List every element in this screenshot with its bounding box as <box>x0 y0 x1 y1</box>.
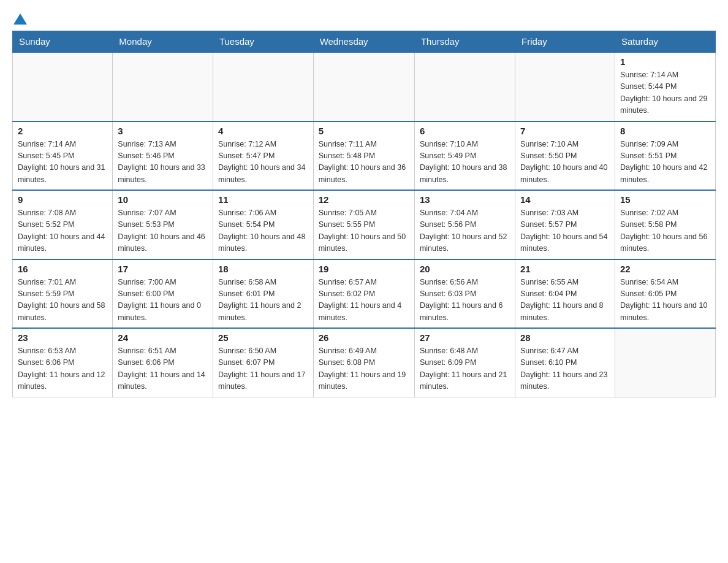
calendar-cell: 10Sunrise: 7:07 AMSunset: 5:53 PMDayligh… <box>113 190 213 259</box>
calendar-cell: 9Sunrise: 7:08 AMSunset: 5:52 PMDaylight… <box>13 190 113 259</box>
calendar-cell <box>515 52 615 121</box>
calendar-cell: 15Sunrise: 7:02 AMSunset: 5:58 PMDayligh… <box>615 190 715 259</box>
day-number: 1 <box>620 56 710 67</box>
day-number: 22 <box>620 264 710 274</box>
calendar-cell: 19Sunrise: 6:57 AMSunset: 6:02 PMDayligh… <box>313 259 414 329</box>
calendar-cell: 22Sunrise: 6:54 AMSunset: 6:05 PMDayligh… <box>615 259 715 329</box>
day-info: Sunrise: 6:53 AMSunset: 6:06 PMDaylight:… <box>18 345 107 393</box>
calendar-cell: 4Sunrise: 7:12 AMSunset: 5:47 PMDaylight… <box>213 121 313 191</box>
day-number: 2 <box>18 126 107 136</box>
day-info: Sunrise: 7:14 AMSunset: 5:44 PMDaylight:… <box>620 69 710 117</box>
day-number: 8 <box>620 126 710 136</box>
calendar-cell: 13Sunrise: 7:04 AMSunset: 5:56 PMDayligh… <box>414 190 515 259</box>
day-info: Sunrise: 7:09 AMSunset: 5:51 PMDaylight:… <box>620 139 710 186</box>
day-info: Sunrise: 7:04 AMSunset: 5:56 PMDaylight:… <box>420 207 510 255</box>
day-number: 25 <box>218 332 308 343</box>
calendar-cell: 17Sunrise: 7:00 AMSunset: 6:00 PMDayligh… <box>113 259 213 329</box>
weekday-header-friday: Friday <box>515 31 615 53</box>
calendar-cell: 24Sunrise: 6:51 AMSunset: 6:06 PMDayligh… <box>113 328 213 397</box>
day-number: 17 <box>118 264 208 274</box>
calendar-cell: 7Sunrise: 7:10 AMSunset: 5:50 PMDaylight… <box>515 121 615 191</box>
day-number: 11 <box>218 194 308 205</box>
calendar-cell <box>113 52 213 121</box>
weekday-header-sunday: Sunday <box>13 31 113 53</box>
calendar-cell: 26Sunrise: 6:49 AMSunset: 6:08 PMDayligh… <box>313 328 414 397</box>
calendar-cell <box>615 328 715 397</box>
day-info: Sunrise: 6:56 AMSunset: 6:03 PMDaylight:… <box>420 277 510 324</box>
day-info: Sunrise: 7:03 AMSunset: 5:57 PMDaylight:… <box>520 207 610 255</box>
calendar-table: SundayMondayTuesdayWednesdayThursdayFrid… <box>12 31 716 397</box>
day-info: Sunrise: 7:08 AMSunset: 5:52 PMDaylight:… <box>18 207 107 255</box>
calendar-cell: 12Sunrise: 7:05 AMSunset: 5:55 PMDayligh… <box>313 190 414 259</box>
day-info: Sunrise: 7:10 AMSunset: 5:49 PMDaylight:… <box>420 139 510 186</box>
calendar-week-row: 23Sunrise: 6:53 AMSunset: 6:06 PMDayligh… <box>13 328 716 397</box>
day-number: 16 <box>18 264 107 274</box>
calendar-header-row: SundayMondayTuesdayWednesdayThursdayFrid… <box>13 31 716 53</box>
calendar-cell: 28Sunrise: 6:47 AMSunset: 6:10 PMDayligh… <box>515 328 615 397</box>
calendar-cell: 16Sunrise: 7:01 AMSunset: 5:59 PMDayligh… <box>13 259 113 329</box>
calendar-cell: 14Sunrise: 7:03 AMSunset: 5:57 PMDayligh… <box>515 190 615 259</box>
day-info: Sunrise: 7:00 AMSunset: 6:00 PMDaylight:… <box>118 277 208 324</box>
day-number: 27 <box>420 332 510 343</box>
day-info: Sunrise: 6:49 AMSunset: 6:08 PMDaylight:… <box>319 345 409 393</box>
day-info: Sunrise: 6:48 AMSunset: 6:09 PMDaylight:… <box>420 345 510 393</box>
calendar-cell: 8Sunrise: 7:09 AMSunset: 5:51 PMDaylight… <box>615 121 715 191</box>
day-info: Sunrise: 6:51 AMSunset: 6:06 PMDaylight:… <box>118 345 208 393</box>
calendar-cell <box>414 52 515 121</box>
calendar-cell: 25Sunrise: 6:50 AMSunset: 6:07 PMDayligh… <box>213 328 313 397</box>
day-number: 24 <box>118 332 208 343</box>
calendar-cell: 5Sunrise: 7:11 AMSunset: 5:48 PMDaylight… <box>313 121 414 191</box>
calendar-cell: 6Sunrise: 7:10 AMSunset: 5:49 PMDaylight… <box>414 121 515 191</box>
calendar-week-row: 9Sunrise: 7:08 AMSunset: 5:52 PMDaylight… <box>13 190 716 259</box>
calendar-cell: 11Sunrise: 7:06 AMSunset: 5:54 PMDayligh… <box>213 190 313 259</box>
calendar-cell: 23Sunrise: 6:53 AMSunset: 6:06 PMDayligh… <box>13 328 113 397</box>
day-number: 19 <box>319 264 409 274</box>
day-number: 20 <box>420 264 510 274</box>
calendar-cell: 18Sunrise: 6:58 AMSunset: 6:01 PMDayligh… <box>213 259 313 329</box>
day-info: Sunrise: 7:05 AMSunset: 5:55 PMDaylight:… <box>319 207 409 255</box>
day-number: 7 <box>520 126 610 136</box>
day-info: Sunrise: 7:10 AMSunset: 5:50 PMDaylight:… <box>520 139 610 186</box>
day-number: 13 <box>420 194 510 205</box>
day-info: Sunrise: 6:54 AMSunset: 6:05 PMDaylight:… <box>620 277 710 324</box>
calendar-week-row: 2Sunrise: 7:14 AMSunset: 5:45 PMDaylight… <box>13 121 716 191</box>
day-info: Sunrise: 6:50 AMSunset: 6:07 PMDaylight:… <box>218 345 308 393</box>
calendar-week-row: 1Sunrise: 7:14 AMSunset: 5:44 PMDaylight… <box>13 52 716 121</box>
weekday-header-saturday: Saturday <box>615 31 715 53</box>
logo-triangle-icon <box>13 12 27 26</box>
day-number: 14 <box>520 194 610 205</box>
day-number: 3 <box>118 126 208 136</box>
weekday-header-wednesday: Wednesday <box>313 31 414 53</box>
day-info: Sunrise: 7:14 AMSunset: 5:45 PMDaylight:… <box>18 139 107 186</box>
calendar-cell <box>313 52 414 121</box>
day-number: 4 <box>218 126 308 136</box>
calendar-week-row: 16Sunrise: 7:01 AMSunset: 5:59 PMDayligh… <box>13 259 716 329</box>
day-number: 12 <box>319 194 409 205</box>
calendar-cell: 27Sunrise: 6:48 AMSunset: 6:09 PMDayligh… <box>414 328 515 397</box>
page-header <box>12 12 716 25</box>
day-number: 10 <box>118 194 208 205</box>
day-number: 18 <box>218 264 308 274</box>
day-info: Sunrise: 7:02 AMSunset: 5:58 PMDaylight:… <box>620 207 710 255</box>
calendar-cell: 1Sunrise: 7:14 AMSunset: 5:44 PMDaylight… <box>615 52 715 121</box>
weekday-header-thursday: Thursday <box>414 31 515 53</box>
day-number: 26 <box>319 332 409 343</box>
day-info: Sunrise: 6:58 AMSunset: 6:01 PMDaylight:… <box>218 277 308 324</box>
day-info: Sunrise: 7:11 AMSunset: 5:48 PMDaylight:… <box>319 139 409 186</box>
calendar-cell: 2Sunrise: 7:14 AMSunset: 5:45 PMDaylight… <box>13 121 113 191</box>
day-number: 9 <box>18 194 107 205</box>
day-number: 5 <box>319 126 409 136</box>
day-info: Sunrise: 6:57 AMSunset: 6:02 PMDaylight:… <box>319 277 409 324</box>
day-info: Sunrise: 7:12 AMSunset: 5:47 PMDaylight:… <box>218 139 308 186</box>
weekday-header-tuesday: Tuesday <box>213 31 313 53</box>
day-number: 23 <box>18 332 107 343</box>
day-number: 21 <box>520 264 610 274</box>
day-number: 15 <box>620 194 710 205</box>
calendar-cell <box>213 52 313 121</box>
day-number: 28 <box>520 332 610 343</box>
day-info: Sunrise: 7:06 AMSunset: 5:54 PMDaylight:… <box>218 207 308 255</box>
day-info: Sunrise: 7:13 AMSunset: 5:46 PMDaylight:… <box>118 139 208 186</box>
day-info: Sunrise: 6:47 AMSunset: 6:10 PMDaylight:… <box>520 345 610 393</box>
calendar-cell: 21Sunrise: 6:55 AMSunset: 6:04 PMDayligh… <box>515 259 615 329</box>
calendar-cell <box>13 52 113 121</box>
